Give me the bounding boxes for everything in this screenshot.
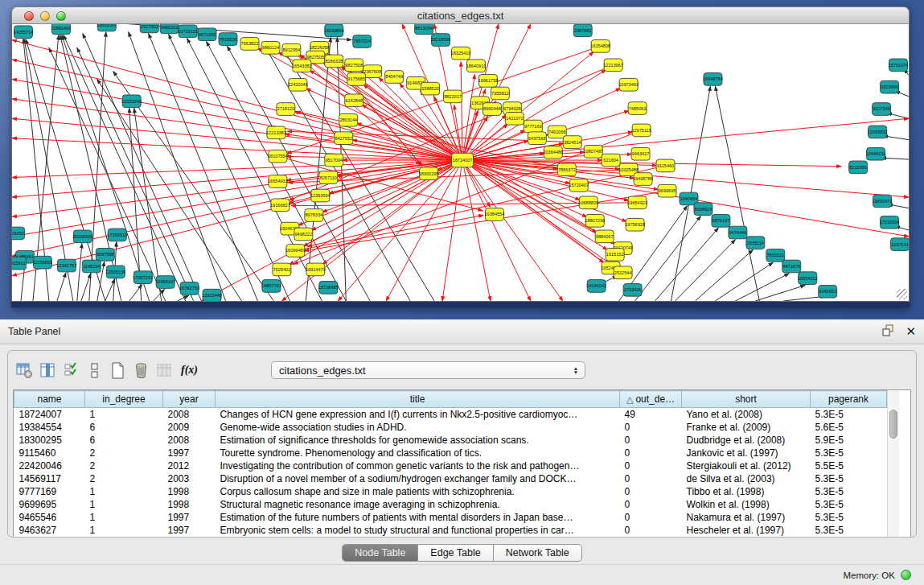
graph-node[interactable]: 9466161 — [160, 24, 179, 34]
graph-node[interactable]: 18300295 — [419, 167, 439, 180]
graph-node[interactable]: 8822017 — [444, 90, 462, 103]
graph-node[interactable]: 17359919 — [107, 229, 127, 241]
graph-node[interactable]: 9517004 — [325, 154, 343, 167]
graph-node[interactable]: 20891406 — [51, 24, 71, 35]
graph-node[interactable]: 12093832 — [868, 126, 888, 138]
graph-node[interactable]: 1733426 — [623, 284, 642, 297]
graph-node[interactable]: 19218596 — [431, 34, 451, 47]
graph-node[interactable]: 15720407 — [569, 179, 589, 192]
graph-node[interactable]: 12444132 — [866, 147, 886, 160]
graph-node[interactable]: 8267110 — [319, 171, 338, 184]
graph-node[interactable]: 8990448 — [483, 103, 501, 116]
function-builder-icon[interactable]: f(x) — [181, 364, 198, 377]
memory-status-indicator[interactable] — [901, 570, 911, 580]
graph-node[interactable]: 19654923 — [627, 196, 647, 209]
graph-node[interactable]: 16782759 — [179, 282, 199, 295]
graph-node[interactable]: 9699695 — [658, 184, 676, 197]
graph-node[interactable]: 16099489 — [285, 245, 306, 257]
graph-node[interactable]: 2803144 — [339, 113, 358, 126]
tab-network-table[interactable]: Network Table — [494, 544, 582, 562]
graph-node[interactable]: 9245652 — [819, 285, 837, 298]
graph-node[interactable]: 9474444 — [729, 226, 747, 239]
graph-node[interactable]: 1527002 — [140, 24, 158, 33]
graph-node[interactable]: 1588520 — [421, 82, 440, 95]
graph-node[interactable]: 19756928 — [625, 218, 645, 231]
graph-node[interactable]: 8454749 — [385, 71, 404, 84]
graph-node[interactable]: 8186328 — [325, 55, 343, 68]
table-row[interactable]: 911546021997Tourette syndrome. Phenomeno… — [14, 447, 887, 459]
graph-node[interactable]: 14055714 — [14, 26, 34, 39]
column-header-title[interactable]: title — [216, 391, 620, 408]
graph-node[interactable]: 10653287 — [97, 24, 117, 31]
graph-node[interactable]: 7955812 — [491, 87, 509, 100]
graph-node[interactable]: 9884067 — [595, 230, 614, 243]
graph-node[interactable]: 2087682 — [573, 24, 592, 37]
row-check-icon[interactable] — [61, 360, 80, 380]
graph-node[interactable]: 20364486 — [543, 146, 563, 159]
graph-node[interactable]: 19857791 — [261, 280, 281, 293]
graph-node[interactable]: 10654112 — [798, 272, 817, 285]
graph-node[interactable]: 17016504 — [880, 216, 900, 229]
graph-node[interactable]: 8471676 — [782, 260, 801, 273]
graph-node[interactable]: 6879197 — [712, 215, 730, 228]
graph-node[interactable]: 6497568 — [528, 132, 546, 145]
graph-node[interactable]: 8978334 — [305, 209, 323, 222]
graph-node[interactable]: 2935114 — [746, 237, 765, 249]
graph-node[interactable]: 18107554 — [268, 150, 288, 163]
graph-node[interactable]: 2526650 — [12, 227, 24, 240]
graph-node[interactable]: 9463627 — [631, 147, 650, 160]
table-row[interactable]: 1830029562008Estimation of significance … — [14, 434, 887, 447]
graph-node[interactable]: 8912954 — [282, 43, 301, 56]
graph-node[interactable]: 20153346 — [121, 95, 142, 108]
graph-node[interactable]: 1615152 — [606, 249, 624, 262]
table-row[interactable]: 1872400712008Changes of HCN gene express… — [14, 408, 887, 421]
graph-node[interactable]: 3824514 — [563, 136, 581, 149]
graph-node[interactable]: 14136141 — [586, 280, 606, 293]
delete-icon[interactable] — [131, 360, 150, 380]
graph-node[interactable]: 9227349 — [873, 103, 891, 116]
graph-node[interactable]: 16648784 — [703, 73, 723, 86]
graph-node[interactable]: 20206536 — [72, 230, 92, 243]
graph-node[interactable]: 7615526 — [219, 33, 237, 46]
graph-node[interactable]: 10973493 — [618, 78, 639, 91]
graph-node[interactable]: 9498222 — [294, 228, 313, 241]
graph-node[interactable]: 9242848 — [345, 94, 363, 107]
tab-edge-table[interactable]: Edge Table — [418, 544, 493, 562]
graph-node[interactable]: 19495786 — [633, 173, 653, 186]
graph-node[interactable]: 16154808 — [590, 40, 610, 53]
graph-node[interactable]: 8813054 — [415, 24, 433, 35]
graph-node[interactable]: 18724007 — [452, 153, 474, 167]
column-header-in_degree[interactable]: in_degree — [85, 391, 163, 408]
table-row[interactable]: 977716911998Corpus callosum shape and si… — [14, 485, 887, 498]
table-row[interactable]: 2242004622012Investigating the contribut… — [14, 459, 887, 472]
graph-node[interactable]: 16543382 — [292, 60, 312, 72]
graph-node[interactable]: 11156863 — [33, 256, 52, 269]
graph-node[interactable]: 22420046 — [288, 78, 308, 91]
graph-node[interactable]: 3915911 — [12, 257, 26, 270]
graph-node[interactable]: 9777169 — [524, 120, 542, 133]
graph-node[interactable]: 12505135 — [105, 266, 125, 278]
table-row[interactable]: 1938455462009Genome-wide association stu… — [14, 421, 887, 434]
graph-node[interactable]: 16914479 — [306, 263, 326, 276]
graph-node[interactable]: 9097588 — [96, 249, 114, 262]
graph-node[interactable]: 12923448 — [202, 289, 222, 301]
graph-node[interactable]: 16654933 — [268, 175, 288, 188]
graph-node[interactable]: 9860124 — [261, 42, 280, 55]
graph-node[interactable]: 12342757 — [56, 259, 76, 272]
graph-node[interactable]: 9671355 — [198, 28, 216, 41]
graph-node[interactable]: 7525402 — [273, 263, 291, 276]
graph-node[interactable]: 10807487 — [583, 146, 603, 159]
window-titlebar[interactable]: citations_edges.txt — [11, 6, 910, 24]
float-window-icon[interactable] — [882, 324, 894, 339]
table-scrollbar[interactable] — [887, 390, 899, 537]
graph-node[interactable]: 9329966 — [881, 80, 899, 93]
table-row[interactable]: 969969511998Structural magnetic resonanc… — [14, 498, 887, 511]
column-header-year[interactable]: year — [163, 391, 216, 408]
table-settings-icon[interactable] — [14, 360, 34, 380]
graph-node[interactable]: 19166827 — [270, 199, 290, 212]
graph-node[interactable]: 8938923 — [694, 203, 713, 216]
network-canvas[interactable]: 1405571420891406106532871527002946616110… — [11, 24, 910, 302]
graph-node[interactable]: 10719155 — [178, 25, 198, 38]
graph-node[interactable]: 1421072 — [505, 112, 524, 125]
graph-node[interactable]: 17957253 — [133, 271, 153, 284]
